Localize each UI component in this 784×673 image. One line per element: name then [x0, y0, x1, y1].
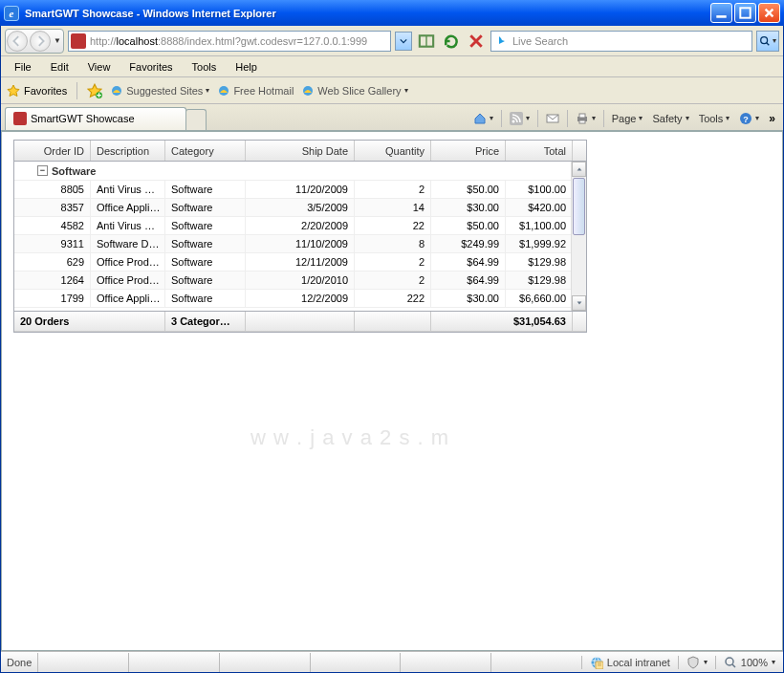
- favorites-button[interactable]: Favorites: [7, 84, 67, 98]
- status-bar: Done Local intranet ▾ 100%▾: [1, 651, 783, 672]
- protected-mode[interactable]: ▾: [678, 656, 715, 669]
- read-mail-button[interactable]: [542, 110, 563, 127]
- menu-help[interactable]: Help: [228, 59, 265, 75]
- search-placeholder: Live Search: [512, 35, 568, 47]
- minimize-button[interactable]: [710, 3, 732, 23]
- table-row[interactable]: 8357Office Appli…Software3/5/200914$30.0…: [14, 199, 586, 217]
- menu-view[interactable]: View: [80, 59, 119, 75]
- security-zone[interactable]: Local intranet: [581, 656, 678, 669]
- col-total[interactable]: Total: [506, 141, 573, 161]
- address-dropdown[interactable]: [395, 32, 412, 51]
- back-button[interactable]: [7, 31, 28, 52]
- menu-file[interactable]: File: [7, 59, 39, 75]
- stop-button[interactable]: [466, 31, 487, 52]
- cell-category: Software: [165, 290, 246, 307]
- grid-body: − Software 8805Anti Virus …Software11/20…: [14, 162, 586, 311]
- col-ship-date[interactable]: Ship Date: [246, 141, 355, 161]
- scroll-up-button[interactable]: [572, 162, 586, 177]
- cell-description: Office Prod…: [91, 253, 165, 271]
- search-button[interactable]: ▾: [756, 31, 779, 52]
- app-window: e SmartGWT Showcase - Windows Internet E…: [0, 0, 784, 673]
- add-favorite-icon[interactable]: [87, 83, 102, 98]
- compat-view-button[interactable]: [416, 31, 437, 52]
- url-text: http://localhost:8888/index.html?gwt.cod…: [90, 35, 388, 47]
- toolbar-overflow[interactable]: »: [765, 112, 779, 125]
- home-button[interactable]: ▾: [469, 110, 497, 127]
- feeds-button[interactable]: ▾: [506, 110, 534, 127]
- col-quantity[interactable]: Quantity: [355, 141, 431, 161]
- footer-total: $31,054.63: [431, 312, 573, 331]
- bing-icon: [495, 34, 509, 48]
- refresh-button[interactable]: [441, 31, 462, 52]
- col-order-id[interactable]: Order ID: [14, 141, 91, 161]
- site-favicon: [71, 33, 86, 49]
- cell-price: $64.99: [431, 271, 506, 289]
- ie-icon: e: [4, 6, 19, 21]
- browser-chrome: ▼ http://localhost:8888/index.html?gwt.c…: [0, 26, 784, 673]
- cell-ship-date: 3/5/2009: [246, 199, 355, 216]
- svg-rect-13: [579, 120, 585, 123]
- table-row[interactable]: 1264Office Prod…Software1/20/20102$64.99…: [14, 271, 586, 290]
- search-box[interactable]: Live Search: [490, 31, 752, 52]
- footer-blank2: [355, 312, 431, 331]
- address-bar[interactable]: http://localhost:8888/index.html?gwt.cod…: [68, 31, 391, 52]
- new-tab-button[interactable]: [185, 109, 207, 130]
- cell-total: $1,999.92: [506, 235, 573, 252]
- shield-icon: [686, 656, 700, 669]
- menu-tools[interactable]: Tools: [185, 59, 225, 75]
- col-description[interactable]: Description: [91, 141, 165, 161]
- scrollbar-vertical[interactable]: [571, 162, 586, 311]
- cell-price: $30.00: [431, 290, 506, 307]
- table-row[interactable]: 629Office Prod…Software12/11/20092$64.99…: [14, 253, 586, 271]
- table-row[interactable]: 1799Office Appli…Software12/2/2009222$30…: [14, 290, 586, 308]
- safety-menu[interactable]: Safety▾: [648, 111, 692, 126]
- cell-price: $50.00: [431, 217, 506, 234]
- close-button[interactable]: [758, 3, 780, 23]
- table-row[interactable]: 4582Anti Virus …Software2/20/200922$50.0…: [14, 217, 586, 235]
- nav-toolbar: ▼ http://localhost:8888/index.html?gwt.c…: [1, 26, 783, 56]
- print-button[interactable]: ▾: [572, 110, 599, 127]
- tools-menu[interactable]: Tools▾: [695, 111, 734, 126]
- menu-favorites[interactable]: Favorites: [121, 59, 180, 75]
- group-row[interactable]: − Software: [14, 162, 586, 181]
- scroll-thumb[interactable]: [573, 178, 585, 235]
- grid-footer: 20 Orders 3 Categor… $31,054.63: [14, 311, 586, 332]
- status-text: Done: [1, 657, 37, 668]
- footer-categories: 3 Categor…: [165, 312, 246, 331]
- cell-description: Software D…: [91, 235, 165, 252]
- cell-quantity: 222: [355, 290, 431, 307]
- suggested-sites-label: Suggested Sites: [126, 85, 203, 97]
- collapse-icon[interactable]: −: [37, 165, 48, 176]
- window-title: SmartGWT Showcase - Windows Internet Exp…: [25, 8, 710, 19]
- cell-order-id: 1264: [14, 271, 91, 289]
- footer-orders: 20 Orders: [14, 312, 165, 331]
- cell-category: Software: [165, 199, 246, 216]
- cell-description: Anti Virus …: [91, 181, 165, 198]
- favorites-bar: Favorites Suggested Sites▾ Free Hotmail …: [1, 77, 783, 104]
- forward-button[interactable]: [30, 31, 51, 52]
- suggested-sites-link[interactable]: Suggested Sites▾: [110, 84, 209, 98]
- nav-history-dropdown[interactable]: ▼: [53, 36, 62, 45]
- col-price[interactable]: Price: [431, 141, 506, 161]
- zoom-control[interactable]: 100%▾: [715, 656, 783, 669]
- col-category[interactable]: Category: [165, 141, 246, 161]
- cell-ship-date: 11/10/2009: [246, 235, 355, 252]
- menu-edit[interactable]: Edit: [43, 59, 76, 75]
- intranet-icon: [590, 656, 603, 669]
- table-row[interactable]: 8805Anti Virus …Software11/20/20092$50.0…: [14, 181, 586, 199]
- scroll-down-button[interactable]: [572, 295, 586, 311]
- tab-active[interactable]: SmartGWT Showcase: [5, 107, 186, 130]
- grid-header: Order ID Description Category Ship Date …: [14, 141, 586, 162]
- menu-bar: File Edit View Favorites Tools Help: [1, 56, 783, 77]
- command-bar: ▾ ▾ ▾ Page▾ Safety▾ Tools▾ ?▾ »: [469, 110, 779, 127]
- page-menu[interactable]: Page▾: [608, 111, 647, 126]
- web-slice-link[interactable]: Web Slice Gallery▾: [301, 84, 407, 98]
- table-row[interactable]: 9311Software D…Software11/10/20098$249.9…: [14, 235, 586, 253]
- maximize-button[interactable]: [734, 3, 756, 23]
- cell-ship-date: 11/20/2009: [246, 181, 355, 198]
- separator: [501, 110, 502, 127]
- free-hotmail-link[interactable]: Free Hotmail: [217, 84, 294, 98]
- svg-rect-12: [579, 114, 585, 118]
- cell-ship-date: 1/20/2010: [246, 271, 355, 289]
- help-button[interactable]: ?▾: [735, 110, 763, 127]
